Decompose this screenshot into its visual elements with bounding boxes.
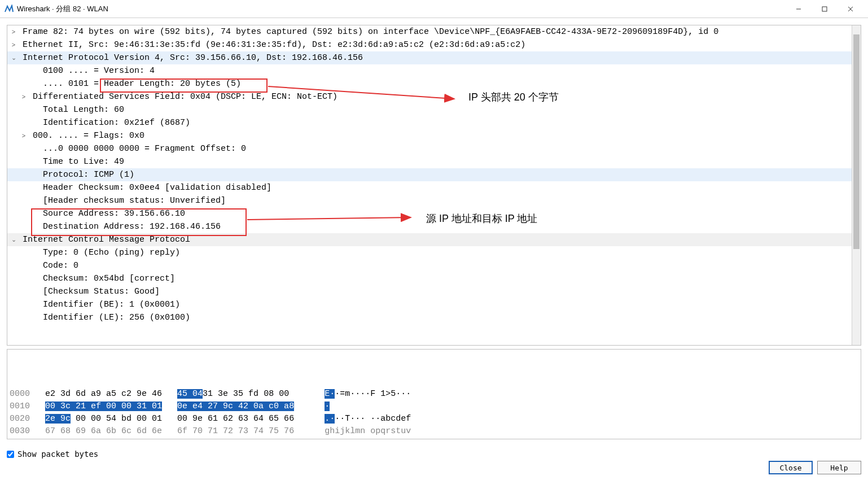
show-packet-bytes-input[interactable] xyxy=(7,451,14,458)
svg-rect-1 xyxy=(822,7,827,11)
packet-bytes-hex[interactable]: 0000 e2 3d 6d a9 a5 c2 9e 46 45 0431 3e … xyxy=(7,349,861,439)
tree-toggle-icon[interactable]: > xyxy=(10,25,17,38)
tree-row[interactable]: ...0 0000 0000 0000 = Fragment Offset: 0 xyxy=(7,142,861,155)
tree-toggle-icon[interactable]: ⌄ xyxy=(10,233,17,246)
hex-ascii-selected: E· xyxy=(325,389,335,399)
tree-row[interactable]: [Header checksum status: Unverified] xyxy=(7,194,861,207)
hex-offset: 0010 xyxy=(10,402,30,411)
hex-ascii: ·=m····F 1>5··· xyxy=(335,389,411,399)
tree-toggle-spacer xyxy=(30,220,38,233)
window-buttons xyxy=(786,0,863,18)
tree-row[interactable]: > 000. .... = Flags: 0x0 xyxy=(7,129,861,142)
hex-offset: 0040 xyxy=(10,439,30,439)
hex-row[interactable]: 0000 e2 3d 6d a9 a5 c2 9e 46 45 0431 3e … xyxy=(10,388,858,400)
tree-toggle-spacer xyxy=(30,116,38,129)
tree-row[interactable]: Total Length: 60 xyxy=(7,103,861,116)
hex-bytes: 77 61 62 63 64 65 66 67 xyxy=(45,439,162,439)
tree-toggle-icon[interactable]: > xyxy=(20,90,28,103)
tree-toggle-spacer xyxy=(30,311,38,324)
tree-toggle-spacer xyxy=(30,64,38,77)
wireshark-icon xyxy=(5,5,14,14)
minimize-icon xyxy=(796,6,801,12)
hex-bytes-selected: 2e 9c xyxy=(45,414,71,424)
tree-row[interactable]: 0100 .... = Version: 4 xyxy=(7,64,861,77)
tree-row[interactable]: Header Checksum: 0x0ee4 [validation disa… xyxy=(7,181,861,194)
tree-row[interactable]: > Differentiated Services Field: 0x04 (D… xyxy=(7,90,861,103)
minimize-button[interactable] xyxy=(786,0,812,18)
tree-toggle-spacer xyxy=(30,103,38,116)
tree-row[interactable]: Identifier (LE): 256 (0x0100) xyxy=(7,311,861,324)
maximize-button[interactable] xyxy=(812,0,838,18)
tree-row[interactable]: Identifier (BE): 1 (0x0001) xyxy=(7,298,861,311)
tree-scrollbar[interactable] xyxy=(852,25,861,345)
maximize-icon xyxy=(822,6,827,12)
tree-toggle-spacer xyxy=(30,207,38,220)
tree-toggle-spacer xyxy=(30,194,38,207)
hex-bytes-selected: 45 04 xyxy=(177,389,203,399)
button-row: Close Help xyxy=(7,461,861,477)
tree-toggle-spacer xyxy=(30,168,38,181)
tree-row[interactable]: > Ethernet II, Src: 9e:46:31:3e:35:fd (9… xyxy=(7,38,861,51)
tree-toggle-spacer xyxy=(30,155,38,168)
hex-row[interactable]: 0030 67 68 69 6a 6b 6c 6d 6e 6f 70 71 72… xyxy=(10,425,858,438)
tree-row[interactable]: [Checksum Status: Good] xyxy=(7,285,861,298)
hex-bytes: 67 68 69 6a 6b 6c 6d 6e xyxy=(45,426,162,436)
tree-row[interactable]: ⌄ Internet Control Message Protocol xyxy=(7,233,861,246)
tree-row[interactable]: Type: 0 (Echo (ping) reply) xyxy=(7,246,861,259)
hex-bytes-selected: 0e e4 27 9c 42 0a c0 a8 xyxy=(177,402,294,411)
tree-row[interactable]: Code: 0 xyxy=(7,259,861,272)
hex-bytes-selected: 00 3c 21 ef 00 00 31 01 xyxy=(45,402,162,411)
tree-row[interactable]: Source Address: 39.156.66.10 xyxy=(7,207,861,220)
hex-row[interactable]: 0010 00 3c 21 ef 00 00 31 01 0e e4 27 9c… xyxy=(10,400,858,413)
tree-toggle-icon[interactable]: > xyxy=(10,38,17,51)
tree-toggle-spacer xyxy=(30,246,38,259)
hex-offset: 0030 xyxy=(10,426,30,436)
tree-row[interactable]: Checksum: 0x54bd [correct] xyxy=(7,272,861,285)
tree-row[interactable]: .... 0101 = Header Length: 20 bytes (5) xyxy=(7,77,861,90)
tree-toggle-spacer xyxy=(30,285,38,298)
tree-toggle-spacer xyxy=(30,181,38,194)
show-packet-bytes-label: Show packet bytes xyxy=(17,450,98,459)
tree-row[interactable]: ⌄ Internet Protocol Version 4, Src: 39.1… xyxy=(7,51,861,64)
tree-row[interactable]: Destination Address: 192.168.46.156 xyxy=(7,220,861,233)
tree-toggle-spacer xyxy=(30,272,38,285)
hex-bytes: 6f 70 71 72 73 74 75 76 xyxy=(177,426,294,436)
content-area: > Frame 82: 74 bytes on wire (592 bits),… xyxy=(0,18,868,446)
tree-toggle-spacer xyxy=(30,259,38,272)
tree-row[interactable]: Protocol: ICMP (1) xyxy=(7,168,861,181)
tree-toggle-spacer xyxy=(30,77,38,90)
hex-row[interactable]: 0040 77 61 62 63 64 65 66 67 68 69 wabcd… xyxy=(10,438,858,439)
hex-bytes: e2 3d 6d a9 a5 c2 9e 46 xyxy=(45,389,162,399)
close-button[interactable] xyxy=(838,0,863,18)
hex-bytes: 00 00 54 bd 00 01 xyxy=(71,414,162,424)
hex-ascii: wabcdefg hi xyxy=(325,439,380,439)
titlebar: Wireshark · 分组 82 · WLAN xyxy=(0,0,868,18)
tree-toggle-spacer xyxy=(30,298,38,311)
hex-ascii: ghijklmn opqrstuv xyxy=(325,426,411,436)
hex-bytes: 68 69 xyxy=(177,439,203,439)
hex-bytes: 00 9e 61 62 63 64 65 66 xyxy=(177,414,294,424)
show-packet-bytes-checkbox[interactable]: Show packet bytes xyxy=(7,450,861,459)
tree-toggle-spacer xyxy=(30,142,38,155)
tree-toggle-icon[interactable]: ⌄ xyxy=(10,51,17,64)
window-title: Wireshark · 分组 82 · WLAN xyxy=(17,4,786,14)
hex-row[interactable]: 0020 2e 9c 00 00 54 bd 00 01 00 9e 61 62… xyxy=(10,413,858,425)
tree-row[interactable]: Time to Live: 49 xyxy=(7,155,861,168)
tree-row[interactable]: > Frame 82: 74 bytes on wire (592 bits),… xyxy=(7,25,861,38)
help-button[interactable]: Help xyxy=(817,461,861,474)
close-dialog-button[interactable]: Close xyxy=(769,461,813,474)
hex-offset: 0020 xyxy=(10,414,30,424)
hex-offset: 0000 xyxy=(10,389,30,399)
close-icon xyxy=(848,6,853,12)
scrollbar-thumb[interactable] xyxy=(853,34,860,249)
hex-ascii-selected: · xyxy=(325,402,330,411)
footer: Show packet bytes Close Help xyxy=(0,446,868,480)
tree-row[interactable]: Identification: 0x21ef (8687) xyxy=(7,116,861,129)
packet-details-tree[interactable]: > Frame 82: 74 bytes on wire (592 bits),… xyxy=(7,25,861,346)
hex-bytes: 31 3e 35 fd 08 00 xyxy=(203,389,294,399)
hex-ascii-selected: .· xyxy=(325,414,335,424)
tree-toggle-icon[interactable]: > xyxy=(20,129,28,142)
hex-ascii: ··T··· ··abcdef xyxy=(335,414,411,424)
